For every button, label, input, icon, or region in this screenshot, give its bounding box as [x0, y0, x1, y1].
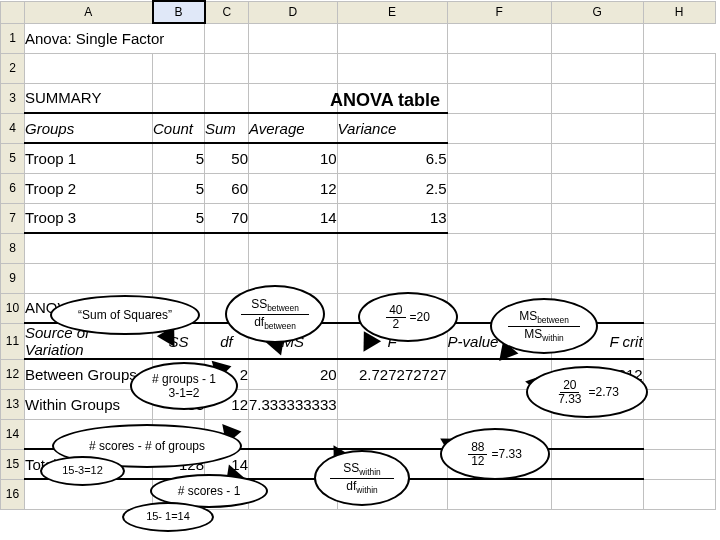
col-A[interactable]: A [25, 1, 153, 23]
cell-B5[interactable]: 5 [153, 143, 205, 173]
cell-C6[interactable]: 60 [205, 173, 249, 203]
cell-C5[interactable]: 50 [205, 143, 249, 173]
cell-B7[interactable]: 5 [153, 203, 205, 233]
bubble-scores-minus-groups-calc: 15-3=12 [40, 456, 125, 486]
cell-C7[interactable]: 70 [205, 203, 249, 233]
cell-E12[interactable]: 2.727272727 [337, 359, 447, 389]
cell-D4[interactable]: Average [249, 113, 338, 143]
bubble-ss-df-within: SSwithin dfwithin [314, 450, 410, 506]
row-10[interactable]: 10 [1, 293, 25, 323]
col-H[interactable]: H [643, 1, 715, 23]
anova-table-label: ANOVA table [330, 90, 440, 111]
bubble-groups-minus-1: # groups - 1 3-1=2 [130, 362, 238, 410]
col-D[interactable]: D [249, 1, 338, 23]
cell-B4[interactable]: Count [153, 113, 205, 143]
bubble-ms-ratio: MSbetween MSwithin [490, 298, 598, 354]
bubble-ss-df-between: SSbetween dfbetween [225, 285, 325, 343]
cell-C4[interactable]: Sum [205, 113, 249, 143]
bubble-sum-of-squares: “Sum of Squares” [50, 295, 200, 335]
col-E[interactable]: E [337, 1, 447, 23]
cell-E6[interactable]: 2.5 [337, 173, 447, 203]
row-1[interactable]: 1 [1, 23, 25, 53]
cell-A1[interactable]: Anova: Single Factor [25, 23, 205, 53]
col-C[interactable]: C [205, 1, 249, 23]
bubble-20-over-733: 207.33 =2.73 [526, 366, 648, 418]
cell-D13[interactable]: 7.333333333 [249, 389, 338, 419]
bubble-88-over-12: 8812 =7.33 [440, 428, 550, 480]
row-2[interactable]: 2 [1, 53, 25, 83]
cell-D6[interactable]: 12 [249, 173, 338, 203]
row-7[interactable]: 7 [1, 203, 25, 233]
row-14[interactable]: 14 [1, 419, 25, 449]
row-16[interactable]: 16 [1, 479, 25, 509]
row-12[interactable]: 12 [1, 359, 25, 389]
row-3[interactable]: 3 [1, 83, 25, 113]
cell-E7[interactable]: 13 [337, 203, 447, 233]
cell-B6[interactable]: 5 [153, 173, 205, 203]
col-G[interactable]: G [551, 1, 643, 23]
row-9[interactable]: 9 [1, 263, 25, 293]
bubble-scores-minus-1-calc: 15- 1=14 [122, 502, 214, 532]
cell-D7[interactable]: 14 [249, 203, 338, 233]
row-11[interactable]: 11 [1, 323, 25, 359]
row-4[interactable]: 4 [1, 113, 25, 143]
row-8[interactable]: 8 [1, 233, 25, 263]
cell-A3[interactable]: SUMMARY [25, 83, 153, 113]
col-F[interactable]: F [447, 1, 551, 23]
cell-D12[interactable]: 20 [249, 359, 338, 389]
row-13[interactable]: 13 [1, 389, 25, 419]
cell-D5[interactable]: 10 [249, 143, 338, 173]
cell-E4[interactable]: Variance [337, 113, 447, 143]
cell-A7[interactable]: Troop 3 [25, 203, 153, 233]
corner-cell [1, 1, 25, 23]
row-15[interactable]: 15 [1, 449, 25, 479]
bubble-40-over-2: 402 =20 [358, 292, 458, 342]
row-5[interactable]: 5 [1, 143, 25, 173]
cell-A5[interactable]: Troop 1 [25, 143, 153, 173]
col-B[interactable]: B [153, 1, 205, 23]
row-6[interactable]: 6 [1, 173, 25, 203]
cell-E5[interactable]: 6.5 [337, 143, 447, 173]
cell-A6[interactable]: Troop 2 [25, 173, 153, 203]
cell-A4[interactable]: Groups [25, 113, 153, 143]
